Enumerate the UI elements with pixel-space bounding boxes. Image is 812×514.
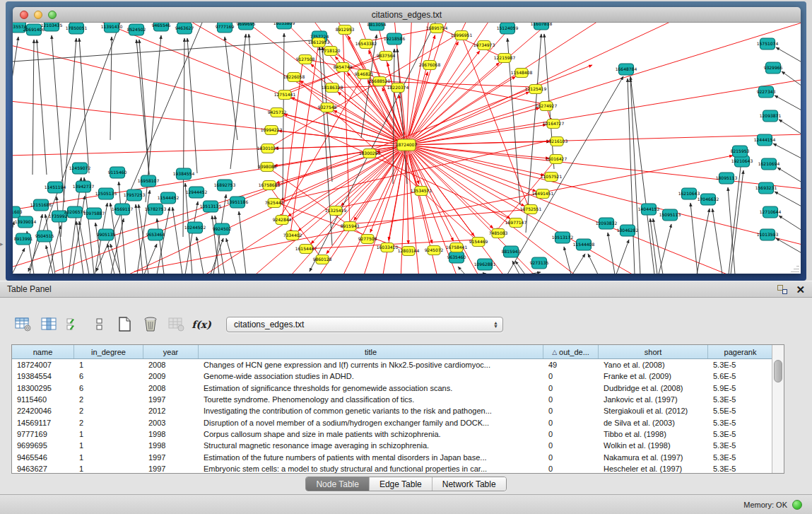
close-button[interactable] — [20, 11, 28, 19]
table-cell: 9465546 — [12, 451, 74, 462]
table-cell: 1 — [74, 451, 143, 462]
function-builder-icon[interactable]: f(x) — [191, 315, 212, 334]
float-window-icon[interactable] — [777, 285, 787, 294]
graph-node-label: 17850051 — [66, 25, 88, 30]
column-header-pagerank[interactable]: pagerank — [708, 345, 773, 358]
graph-node-label: 12093832 — [596, 221, 618, 226]
table-panel-header: Table Panel ✕ — [0, 281, 812, 298]
window-resize-grip[interactable] — [791, 264, 799, 272]
table-cell: 0 — [543, 394, 599, 405]
table-row[interactable]: 946362711997Embryonic stem cells: a mode… — [12, 463, 773, 474]
column-header-title[interactable]: title — [199, 345, 543, 358]
column-header-year[interactable]: year — [143, 345, 199, 358]
graph-node-label: 18226058 — [283, 74, 305, 79]
graph-node-label: 9242844 — [273, 217, 292, 222]
table-panel-title: Table Panel — [7, 284, 769, 294]
column-header-name[interactable]: name — [12, 345, 74, 358]
graph-node-label: 10752551 — [520, 206, 542, 211]
graph-node-label: 17957253 — [124, 192, 146, 197]
graph-node-label: 8815943 — [502, 249, 521, 254]
graph-node-label: 13216103 — [546, 139, 568, 144]
table-cell: 9115460 — [12, 394, 74, 405]
column-header-short[interactable]: short — [599, 345, 708, 358]
table-row[interactable]: 911546021997Tourette syndrome. Phenomeno… — [12, 394, 773, 405]
table-cell: 2 — [74, 405, 143, 416]
graph-node-label: 16210643 — [678, 191, 700, 196]
memory-status-label: Memory: OK — [743, 501, 787, 509]
graph-node-label: 16491451 — [532, 191, 554, 196]
table-row[interactable]: 977716911998Corpus callosum shape and si… — [12, 428, 773, 440]
delete-icon[interactable] — [140, 315, 161, 334]
row-height-icon[interactable] — [89, 315, 110, 334]
table-header-row: namein_degreeyeartitle△out_de...shortpag… — [12, 345, 773, 359]
table-row[interactable]: 1830029562008Estimation of significance … — [12, 382, 773, 394]
network-window-title: citations_edges.txt — [372, 10, 442, 20]
table-row[interactable]: 1456911722003Disruption of a novel membe… — [12, 416, 773, 428]
table-cell: Estimation of the future numbers of pati… — [199, 451, 543, 462]
table-row[interactable]: 2242004622012Investigating the contribut… — [12, 405, 773, 416]
table-cell: 9777169 — [12, 428, 74, 440]
graph-node-label: 12459072 — [69, 165, 91, 170]
table-cell: 18724007 — [12, 359, 74, 370]
table-row[interactable]: 969969511998Structural magnetic resonanc… — [12, 440, 773, 451]
table-cell: 5.3E-5 — [708, 416, 773, 428]
graph-node-label: 8912953 — [336, 27, 355, 32]
graph-node-label: 16016427 — [546, 156, 567, 161]
graph-node-label: 13939014 — [15, 219, 37, 224]
graph-node-label: 16154447 — [295, 246, 317, 251]
table-scrollbar[interactable] — [772, 345, 784, 473]
table-cell: 5.3E-5 — [708, 440, 773, 451]
graph-node-label: 15693231 — [755, 185, 777, 190]
graph-node-label: 8913991 — [14, 236, 33, 241]
table-cell: 0 — [543, 451, 599, 462]
tab-node-table[interactable]: Node Table — [306, 477, 370, 491]
close-icon[interactable]: ✕ — [796, 285, 805, 294]
memory-ok-indicator-icon[interactable] — [792, 500, 802, 510]
table-cell: 19384554 — [12, 370, 74, 382]
graph-node-label: 13942737 — [73, 184, 95, 189]
column-header-out_de[interactable]: △out_de... — [543, 345, 599, 358]
graph-node-label: 12103435 — [41, 23, 63, 28]
table-cell: Franke et al. (2009) — [599, 370, 708, 382]
table-scrollbar-thumb[interactable] — [774, 360, 782, 382]
column-header-in_degree[interactable]: in_degree — [74, 345, 143, 358]
tab-network-table[interactable]: Network Table — [433, 477, 506, 491]
network-canvas[interactable]: 1035574120691406121034351785005111391430… — [13, 23, 801, 274]
minimize-button[interactable] — [34, 11, 42, 19]
graph-node-label: 9465546 — [152, 23, 171, 28]
graph-node-label: 9091603 — [13, 209, 23, 214]
graph-node-label: 13046282 — [617, 228, 639, 233]
graph-node-label: 18301025 — [257, 146, 279, 151]
tab-edge-table[interactable]: Edge Table — [370, 477, 433, 491]
new-document-icon[interactable] — [114, 315, 136, 334]
zoom-button[interactable] — [48, 11, 57, 19]
network-graph[interactable]: 1035574120691406121034351785005111391430… — [13, 23, 801, 274]
graph-node-label: 10244502 — [184, 225, 206, 230]
graph-node-label: 12944452 — [186, 189, 208, 194]
table-settings-icon[interactable] — [13, 315, 34, 334]
graph-node-label: 9635460 — [447, 255, 466, 259]
table-cell: Structural magnetic resonance image aver… — [199, 440, 543, 451]
table-toolbar: f(x) citations_edges.txt ▲▼ — [0, 312, 812, 337]
sidebar-collapse-arrow-icon[interactable]: ▸ — [0, 240, 4, 247]
table-select-dropdown[interactable]: citations_edges.txt ▲▼ — [226, 317, 503, 332]
table-row[interactable]: 1938455462009Genome-wide association stu… — [12, 370, 773, 382]
import-table-icon[interactable] — [165, 315, 187, 334]
table-cell: 0 — [543, 405, 599, 416]
graph-node-label: 20676068 — [419, 62, 441, 67]
column-chooser-icon[interactable] — [38, 315, 59, 334]
select-rows-icon[interactable] — [64, 315, 85, 334]
graph-node-label: 11544452 — [158, 195, 180, 200]
graph-node-label: 9699695 — [237, 23, 256, 26]
graph-node-label: 11607818 — [531, 23, 553, 26]
graph-node-label: 10996951 — [451, 33, 473, 37]
graph-node-label: 18612953 — [308, 40, 330, 45]
graph-node-label: 9146821 — [355, 71, 374, 76]
table-row[interactable]: 946554611997Estimation of the future num… — [12, 451, 773, 462]
table-row[interactable]: 1872400712008Changes of HCN gene express… — [12, 359, 773, 370]
graph-node-label: 13534571 — [411, 188, 433, 193]
graph-node-label: 8454749 — [334, 64, 353, 69]
graph-node-label: 16892753 — [214, 182, 236, 187]
network-window-titlebar[interactable]: citations_edges.txt — [13, 7, 801, 23]
graph-node-label: 19218586 — [384, 36, 406, 41]
